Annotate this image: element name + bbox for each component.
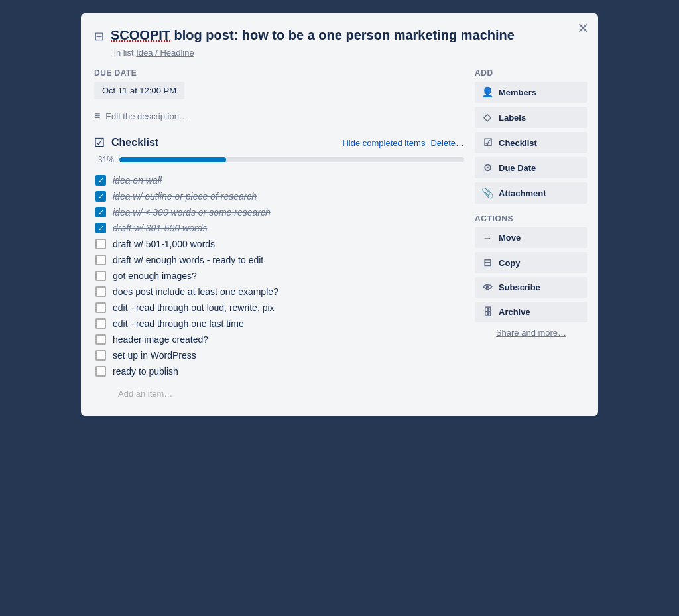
item-checkbox[interactable] — [95, 239, 106, 249]
checklist-item: ready to publish — [94, 363, 464, 379]
item-text: set up in WordPress — [113, 350, 196, 361]
sidebar-btn-label: Subscribe — [499, 282, 540, 292]
close-button[interactable]: ✕ — [577, 21, 589, 36]
due-date-label: Due Date — [94, 68, 464, 78]
item-text: ready to publish — [113, 366, 178, 377]
item-checkbox[interactable] — [95, 286, 106, 297]
item-checkbox[interactable] — [95, 318, 106, 329]
attachment-icon: 📎 — [481, 187, 493, 199]
item-text: header image created? — [113, 334, 208, 345]
item-text: edit - read through one last time — [113, 318, 244, 329]
description-row[interactable]: ≡ Edit the description… — [94, 110, 464, 122]
checklist-item: ✓idea on wall — [94, 172, 464, 188]
item-checkbox[interactable]: ✓ — [95, 207, 106, 217]
action-buttons-group: →Move⊟Copy👁Subscribe🗄Archive — [475, 227, 587, 322]
description-placeholder: Edit the description… — [105, 111, 188, 121]
actions-section: Actions →Move⊟Copy👁Subscribe🗄Archive Sha… — [475, 214, 587, 338]
progress-row: 31% — [94, 155, 464, 164]
item-checkbox[interactable] — [95, 302, 106, 313]
item-text: draft w/ 301-500 words — [113, 223, 207, 233]
sidebar-btn-label: Move — [499, 233, 521, 243]
checklist-item: edit - read through one last time — [94, 316, 464, 332]
checklist-items-list: ✓idea on wall✓idea w/ outline or piece o… — [94, 172, 464, 379]
item-checkbox[interactable]: ✓ — [95, 175, 106, 186]
modal-body: Due Date Oct 11 at 12:00 PM ≡ Edit the d… — [94, 68, 587, 402]
progress-percent: 31% — [94, 155, 114, 164]
checklist-item: ✓idea w/ outline or piece of research — [94, 188, 464, 204]
sidebar-btn-label: Members — [499, 88, 536, 97]
item-checkbox[interactable] — [95, 255, 106, 265]
checklist-title: Checklist — [111, 137, 336, 149]
move-icon: → — [481, 232, 493, 243]
sidebar-btn-label: Labels — [499, 113, 526, 123]
sidebar: Add 👤Members◇Labels☑Checklist⊙Due Date📎A… — [475, 68, 587, 402]
due-date-icon: ⊙ — [481, 162, 493, 174]
sidebar-action-archive-button[interactable]: 🗄Archive — [475, 302, 587, 322]
main-content: Due Date Oct 11 at 12:00 PM ≡ Edit the d… — [94, 68, 464, 402]
card-modal: ✕ ⊟ SCOOPIT blog post: how to be a one p… — [81, 13, 598, 416]
item-text: draft w/ enough words - ready to edit — [113, 255, 263, 265]
modal-overlay[interactable]: ✕ ⊟ SCOOPIT blog post: how to be a one p… — [0, 0, 679, 616]
sidebar-btn-label: Copy — [499, 258, 521, 268]
sidebar-add-due-date-button[interactable]: ⊙Due Date — [475, 157, 587, 178]
list-link[interactable]: Idea / Headline — [136, 48, 194, 58]
checklist-icon: ☑ — [94, 135, 105, 150]
checklist-item: draft w/ 501-1,000 words — [94, 236, 464, 252]
item-checkbox[interactable]: ✓ — [95, 223, 106, 233]
sidebar-action-subscribe-button[interactable]: 👁Subscribe — [475, 277, 587, 298]
brand-text: SCOOPIT — [111, 28, 170, 42]
sidebar-btn-label: Archive — [499, 307, 530, 317]
card-subtitle: in list Idea / Headline — [114, 48, 587, 58]
checklist-item: edit - read through out loud, rewrite, p… — [94, 300, 464, 316]
sidebar-add-members-button[interactable]: 👤Members — [475, 82, 587, 103]
description-icon: ≡ — [94, 110, 100, 122]
item-checkbox[interactable]: ✓ — [95, 191, 106, 202]
sidebar-action-move-button[interactable]: →Move — [475, 227, 587, 248]
checklist-item: ✓idea w/ < 300 words or some research — [94, 204, 464, 220]
item-text: draft w/ 501-1,000 words — [113, 239, 215, 249]
checklist-item: set up in WordPress — [94, 347, 464, 363]
hide-completed-button[interactable]: Hide completed items — [342, 138, 425, 148]
modal-header: ⊟ SCOOPIT blog post: how to be a one per… — [94, 27, 587, 44]
progress-bar-background — [119, 157, 464, 162]
labels-icon: ◇ — [481, 111, 493, 123]
add-item-placeholder[interactable]: Add an item… — [94, 385, 464, 402]
item-text: edit - read through out loud, rewrite, p… — [113, 302, 275, 313]
title-rest: blog post: how to be a one person market… — [170, 28, 515, 42]
sidebar-add-checklist-button[interactable]: ☑Checklist — [475, 132, 587, 153]
checklist-item: header image created? — [94, 332, 464, 347]
share-link[interactable]: Share and more… — [475, 328, 587, 338]
checklist-item: draft w/ enough words - ready to edit — [94, 252, 464, 268]
item-text: idea w/ outline or piece of research — [113, 191, 257, 202]
item-checkbox[interactable] — [95, 350, 106, 361]
sidebar-action-copy-button[interactable]: ⊟Copy — [475, 252, 587, 273]
card-icon: ⊟ — [94, 29, 104, 44]
item-text: idea w/ < 300 words or some research — [113, 207, 271, 217]
checklist-item: got enough images? — [94, 268, 464, 284]
sidebar-add-labels-button[interactable]: ◇Labels — [475, 107, 587, 128]
delete-checklist-button[interactable]: Delete… — [430, 138, 464, 148]
sidebar-btn-label: Attachment — [499, 188, 546, 198]
item-checkbox[interactable] — [95, 366, 106, 377]
item-checkbox[interactable] — [95, 334, 106, 345]
members-icon: 👤 — [481, 86, 493, 98]
checklist-icon: ☑ — [481, 137, 493, 149]
checklist-item: ✓draft w/ 301-500 words — [94, 220, 464, 236]
checklist-header: ☑ Checklist Hide completed items Delete… — [94, 135, 464, 150]
due-date-button[interactable]: Oct 11 at 12:00 PM — [94, 82, 184, 99]
subscribe-icon: 👁 — [481, 282, 493, 293]
item-checkbox[interactable] — [95, 271, 106, 281]
item-text: does post include at least one example? — [113, 286, 278, 297]
progress-bar-fill — [119, 157, 226, 162]
checklist-actions: Hide completed items Delete… — [342, 138, 464, 148]
archive-icon: 🗄 — [481, 306, 493, 318]
sidebar-btn-label: Checklist — [499, 138, 537, 148]
copy-icon: ⊟ — [481, 257, 493, 269]
item-text: idea on wall — [113, 175, 162, 186]
checklist-item: does post include at least one example? — [94, 284, 464, 300]
add-section-title: Add — [475, 68, 587, 78]
card-title: SCOOPIT blog post: how to be a one perso… — [111, 27, 515, 44]
sidebar-add-attachment-button[interactable]: 📎Attachment — [475, 182, 587, 204]
actions-section-title: Actions — [475, 214, 587, 223]
sidebar-btn-label: Due Date — [499, 163, 536, 173]
